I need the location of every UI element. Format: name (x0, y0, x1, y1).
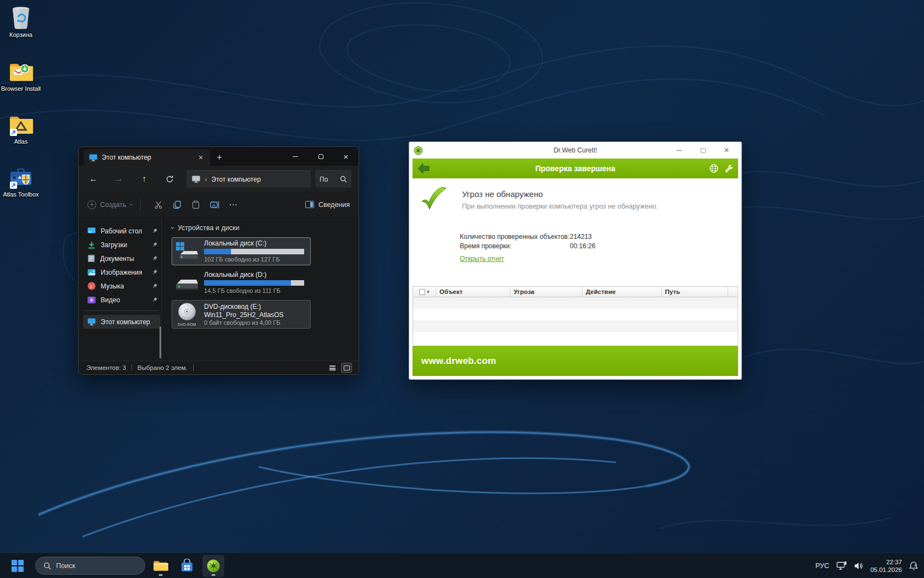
column-header-spacer (728, 287, 738, 297)
forward-icon[interactable]: → (111, 171, 127, 187)
video-icon (87, 296, 96, 304)
minimize-button[interactable] (283, 147, 308, 166)
taskbar-search-input[interactable]: Поиск (35, 557, 145, 575)
details-pane-icon (305, 201, 314, 208)
address-bar[interactable]: › Этот компьютер (186, 170, 311, 188)
paste-button[interactable] (186, 196, 205, 214)
sidebar-item-downloads[interactable]: Загрузки (83, 238, 160, 252)
pin-icon (152, 242, 158, 248)
sidebar-item-desktop[interactable]: Рабочий стол (83, 224, 160, 238)
drweb-content: Угроз не обнаружено При выполнении прове… (409, 178, 741, 286)
back-arrow-icon[interactable] (417, 162, 430, 175)
create-new-button[interactable]: + Создать › (87, 200, 132, 209)
volume-icon[interactable] (854, 561, 864, 570)
result-title: Угроз не обнаружено (462, 189, 658, 199)
network-icon[interactable] (837, 561, 847, 570)
status-divider (131, 364, 132, 371)
microsoft-store-icon (180, 559, 194, 573)
column-header-action[interactable]: Действие (582, 287, 662, 297)
notification-bell-icon[interactable]: z (909, 561, 919, 571)
recycle-bin-icon (9, 6, 33, 30)
taskbar-file-explorer-button[interactable] (150, 555, 172, 577)
scan-result: Угроз не обнаружено При выполнении прове… (419, 186, 738, 214)
dvd-drive-tile[interactable]: DVD-ROM DVD-дисковод (E:) Win11_Pro_25H2… (172, 300, 311, 329)
select-all-checkbox[interactable] (419, 289, 425, 295)
details-pane-button[interactable]: Сведения (305, 201, 350, 209)
sidebar-item-pictures[interactable]: Изображения (83, 265, 160, 279)
stat-row: Время проверки: 00:16:26 (460, 242, 738, 251)
column-header-threat[interactable]: Угроза (510, 287, 582, 297)
close-button[interactable]: × (719, 145, 734, 156)
sidebar-scrollbar[interactable] (160, 326, 161, 358)
sidebar-item-this-pc[interactable]: Этот компьютер (83, 315, 160, 329)
maximize-button[interactable] (696, 145, 710, 156)
window-file-explorer: Этот компьютер × + × ← → ↑ › Этот компью… (78, 146, 359, 375)
search-icon (43, 562, 51, 570)
explorer-tab-this-pc[interactable]: Этот компьютер × (84, 149, 210, 166)
plus-icon: + (87, 200, 96, 209)
group-header-devices[interactable]: › Устройства и диски (172, 224, 359, 232)
rename-icon: A (210, 200, 219, 209)
svg-text:♪: ♪ (90, 283, 92, 289)
drweb-titlebar: Dr.Web CureIt! × (409, 142, 741, 159)
minimize-button[interactable] (672, 145, 686, 156)
large-icons-view-button[interactable] (341, 363, 352, 373)
rename-button[interactable]: A (205, 196, 224, 214)
globe-icon[interactable] (709, 163, 719, 173)
language-indicator[interactable]: РУС (814, 562, 830, 570)
clock[interactable]: 22:37 05.01.2026 (870, 558, 902, 574)
music-icon: ♪ (87, 282, 96, 290)
drive-c-tile[interactable]: Локальный диск (C:) 102 ГБ свободно из 1… (172, 237, 311, 265)
green-checkmark-icon (419, 186, 448, 214)
window-caption-buttons: × (672, 145, 741, 156)
drweb-website-link[interactable]: www.drweb.com (421, 356, 496, 367)
maximize-button[interactable] (308, 147, 333, 166)
tab-close-icon[interactable]: × (196, 153, 206, 162)
sidebar-item-documents[interactable]: Документы (83, 252, 160, 265)
select-all-column: ▾ (413, 287, 436, 297)
desktop-icon-atlas-toolbox[interactable]: Atlas Toolbox (0, 165, 42, 198)
search-placeholder: Поиск (56, 562, 75, 570)
stat-row: Количество проверенных объектов: 214213 (460, 232, 738, 242)
column-header-path[interactable]: Путь (662, 287, 728, 297)
items-count: Элементов: 3 (86, 364, 126, 371)
checkbox-dropdown-icon[interactable]: ▾ (427, 289, 430, 295)
drive-usage-bar (204, 280, 304, 286)
drive-d-tile[interactable]: Локальный диск (D:) 14,5 ГБ свободно из … (172, 269, 311, 297)
folder-atlas-icon (9, 112, 33, 137)
search-text: По (320, 176, 340, 183)
wrench-icon[interactable] (724, 163, 734, 173)
new-tab-button[interactable]: + (210, 149, 229, 166)
explorer-search-input[interactable]: По (315, 170, 351, 188)
open-report-link[interactable]: Открыть отчет (460, 255, 504, 263)
desktop-icon-browser-install[interactable]: Browser Install (0, 59, 42, 92)
volume-label: Win11_Pro_25H2_AtlasOS (204, 311, 307, 319)
more-options-button[interactable]: ⋯ (224, 196, 243, 214)
sidebar-item-videos[interactable]: Видео (83, 293, 160, 307)
desktop-icon-recycle-bin[interactable]: Корзина (0, 6, 42, 39)
list-view-button[interactable] (327, 363, 338, 373)
breadcrumb: Этот компьютер (211, 176, 261, 183)
explorer-file-area: › Устройства и диски Локальный диск (C:) (162, 217, 359, 361)
copy-button[interactable] (168, 196, 186, 214)
drive-usage-bar (204, 249, 304, 254)
explorer-statusbar: Элементов: 3 Выбрано 2 элем. (79, 361, 359, 374)
folder-download-icon (9, 59, 33, 84)
up-icon[interactable]: ↑ (136, 171, 152, 187)
cut-button[interactable] (149, 196, 168, 214)
taskbar: Поиск (0, 553, 924, 578)
taskbar-store-button[interactable] (176, 555, 198, 577)
results-table: ▾ Объект Угроза Действие Путь (413, 286, 738, 343)
refresh-icon[interactable] (161, 171, 178, 187)
monitor-icon (192, 176, 200, 183)
start-button[interactable] (7, 555, 29, 577)
taskbar-drweb-button[interactable] (202, 555, 224, 577)
close-button[interactable]: × (333, 147, 359, 166)
column-header-object[interactable]: Объект (436, 287, 510, 297)
sidebar-item-music[interactable]: ♪ Музыка (83, 279, 160, 293)
monitor-icon (89, 154, 97, 161)
drweb-header: Проверка завершена (413, 159, 738, 178)
desktop-icon-label: Atlas (14, 138, 28, 145)
back-icon[interactable]: ← (85, 171, 102, 187)
desktop-icon-atlas[interactable]: Atlas (0, 112, 42, 145)
